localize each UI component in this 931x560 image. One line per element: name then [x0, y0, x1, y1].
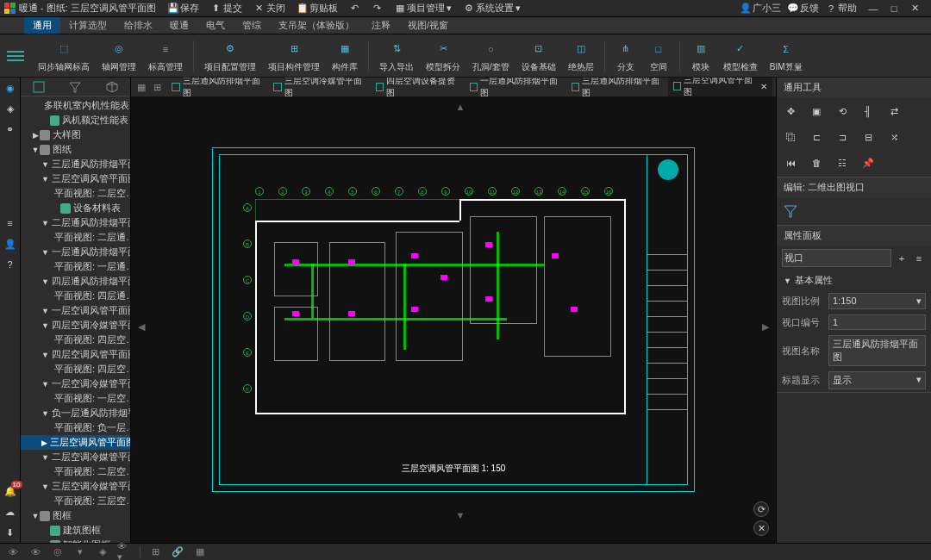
- tree-node-24[interactable]: ▼二层空调冷媒管平面图: [21, 450, 130, 464]
- sb-link-icon[interactable]: 🔗: [170, 545, 185, 559]
- activity-link-icon[interactable]: ⚭: [3, 122, 17, 136]
- ribbon-设备基础[interactable]: ⊡设备基础: [516, 37, 561, 75]
- system-menu[interactable]: ⚙系统设置 ▾: [460, 2, 524, 15]
- tree-node-17[interactable]: ▼四层空调风管平面图: [21, 347, 130, 362]
- ribbon-模型拆分[interactable]: ✂模型拆分: [421, 37, 466, 75]
- sb-dropdown-icon[interactable]: ▾: [72, 545, 88, 559]
- sidebar-tab-list[interactable]: [21, 78, 57, 96]
- close-doc-button[interactable]: ✕关闭: [251, 2, 289, 15]
- delete-tool-icon[interactable]: 🗑: [808, 154, 825, 171]
- activity-lines-icon[interactable]: ≡: [3, 216, 17, 230]
- pan-left-icon[interactable]: ◀: [134, 320, 148, 333]
- sb-snap-icon[interactable]: ⊞: [147, 545, 163, 559]
- sb-grid-icon[interactable]: ▦: [192, 545, 208, 559]
- tree-node-18[interactable]: 平面视图: 四层空…: [21, 362, 130, 376]
- align-tool-icon[interactable]: ╢: [859, 103, 877, 120]
- tree-node-7[interactable]: 设备材料表: [21, 201, 130, 215]
- sb-eye-icon[interactable]: 👁: [5, 545, 21, 559]
- menu-tab-8[interactable]: 视图/视窗: [399, 17, 457, 34]
- ribbon-孔洞/套管[interactable]: ○孔洞/套管: [467, 37, 515, 75]
- stack-tool-icon[interactable]: ☷: [834, 154, 851, 171]
- ribbon-导入导出[interactable]: ⇅导入导出: [374, 37, 419, 75]
- activity-layer-icon[interactable]: ◈: [3, 102, 17, 115]
- ribbon-toggle[interactable]: [7, 47, 24, 65]
- feedback-button[interactable]: 💬反馈: [784, 2, 822, 15]
- pin-tool-icon[interactable]: 📌: [859, 154, 877, 171]
- align-right-icon[interactable]: ⊐: [834, 128, 851, 146]
- tree-node-2[interactable]: ▶大样图: [21, 128, 130, 142]
- tree-node-20[interactable]: 平面视图: 一层空…: [21, 391, 130, 406]
- sidebar-tab-filter[interactable]: [57, 78, 93, 96]
- tree-node-1[interactable]: 风机额定性能表: [21, 113, 130, 128]
- add-type-button[interactable]: +: [895, 252, 909, 265]
- tree-node-30[interactable]: 智能化图框: [21, 538, 130, 543]
- tree-node-14[interactable]: ▼一层空调风管平面图: [21, 303, 130, 318]
- save-button[interactable]: 💾保存: [165, 2, 203, 15]
- type-menu-button[interactable]: ≡: [912, 252, 926, 265]
- tree-node-26[interactable]: ▼三层空调冷媒管平面图: [21, 479, 130, 494]
- redo-button[interactable]: ↷: [369, 2, 386, 15]
- pan-right-icon[interactable]: ▶: [759, 320, 772, 333]
- menu-tab-5[interactable]: 管综: [234, 17, 270, 34]
- pan-down-icon[interactable]: ▼: [453, 508, 467, 522]
- ribbon-BIM算量[interactable]: ΣBIM算量: [765, 37, 808, 75]
- element-type-select[interactable]: 视口: [782, 249, 891, 267]
- tree-node-29[interactable]: 建筑图框: [21, 523, 130, 538]
- tree-node-6[interactable]: 平面视图: 二层空…: [21, 186, 130, 201]
- sb-layers-icon[interactable]: ◈: [95, 545, 110, 559]
- notification-icon[interactable]: 🔔: [3, 484, 17, 498]
- rotate-center-icon[interactable]: ▣: [808, 103, 825, 120]
- pan-up-icon[interactable]: ▲: [453, 100, 467, 114]
- prop-value-2[interactable]: 三层通风防排烟平面图: [828, 335, 926, 366]
- tree-node-13[interactable]: 平面视图: 四层通…: [21, 289, 130, 303]
- close-window-button[interactable]: ✕: [909, 3, 921, 15]
- doc-tab-3[interactable]: 一层通风防排烟平面图: [465, 78, 565, 96]
- drawing-viewport[interactable]: ▲ ▼ ◀ ▶ 12345678910111213141516ABCDEF: [131, 96, 776, 543]
- tab-list-icon[interactable]: ⊞: [151, 80, 166, 94]
- tree-node-23[interactable]: ▶三层空调风管平面图: [21, 435, 130, 450]
- maximize-button[interactable]: □: [888, 3, 900, 15]
- ribbon-项目配置管理[interactable]: ⚙项目配置管理: [199, 37, 261, 75]
- ribbon-项目构件管理[interactable]: ⊞项目构件管理: [263, 37, 325, 75]
- tree-node-21[interactable]: ▼负一层通风防排烟平…: [21, 406, 130, 420]
- download-icon[interactable]: ⬇: [3, 526, 17, 539]
- tree-node-0[interactable]: 多联机室内机性能表: [21, 98, 130, 113]
- doc-tab-0[interactable]: 三层通风防排烟平面图: [166, 78, 266, 96]
- back-tool-icon[interactable]: ⏮: [782, 154, 799, 171]
- tree-node-16[interactable]: 平面视图: 四层空…: [21, 333, 130, 347]
- tree-node-11[interactable]: 平面视图: 一层通…: [21, 259, 130, 274]
- tree-node-5[interactable]: ▼三层空调风管平面图: [21, 171, 130, 186]
- tree-node-19[interactable]: ▼一层空调冷媒管平面图: [21, 376, 130, 391]
- tree-node-15[interactable]: ▼四层空调冷媒管平面图: [21, 318, 130, 333]
- activity-user-icon[interactable]: 👤: [3, 237, 17, 251]
- tree-node-3[interactable]: ▼图纸: [21, 142, 130, 157]
- doc-tab-4[interactable]: 三层通风防排烟平面图: [566, 78, 666, 96]
- ribbon-同步轴网标高[interactable]: ⬚同步轴网标高: [33, 37, 95, 75]
- tree-node-22[interactable]: 平面视图: 负一层…: [21, 420, 130, 435]
- align-left-icon[interactable]: ⊏: [808, 128, 825, 146]
- doc-tab-5[interactable]: 三层空调风管平面图✕: [668, 78, 772, 96]
- menu-tab-3[interactable]: 暖通: [161, 17, 197, 34]
- ribbon-绝热层[interactable]: ◫绝热层: [563, 37, 599, 75]
- sb-eye2-icon[interactable]: 👁: [28, 545, 43, 559]
- ribbon-模型检查[interactable]: ✓模型检查: [718, 37, 763, 75]
- basic-props-header[interactable]: ▼基本属性: [777, 271, 931, 290]
- sb-target-icon[interactable]: ◎: [50, 545, 66, 559]
- prop-value-1[interactable]: 1: [828, 314, 926, 330]
- mirror-tool-icon[interactable]: ⇄: [885, 103, 903, 120]
- activity-home-icon[interactable]: ◉: [3, 81, 17, 95]
- ribbon-标高管理[interactable]: ≡标高管理: [143, 37, 188, 75]
- menu-tab-2[interactable]: 给排水: [116, 17, 161, 34]
- menu-tab-1[interactable]: 计算选型: [60, 17, 116, 34]
- doc-tab-1[interactable]: 三层空调冷媒管平面图: [268, 78, 368, 96]
- undo-button[interactable]: ↶: [347, 2, 364, 15]
- close-view-button[interactable]: ✕: [753, 520, 769, 536]
- menu-tab-4[interactable]: 电气: [197, 17, 234, 34]
- ribbon-轴网管理[interactable]: ◎轴网管理: [97, 37, 141, 75]
- break-tool-icon[interactable]: ⤮: [885, 128, 903, 146]
- rotate-tool-icon[interactable]: ⟲: [834, 103, 851, 120]
- ribbon-构件库[interactable]: ▦构件库: [327, 37, 363, 75]
- ribbon-分支[interactable]: ⋔分支: [610, 37, 641, 75]
- tree-node-27[interactable]: 平面视图: 三层空…: [21, 494, 130, 508]
- tree-node-25[interactable]: 平面视图: 二层空…: [21, 464, 130, 479]
